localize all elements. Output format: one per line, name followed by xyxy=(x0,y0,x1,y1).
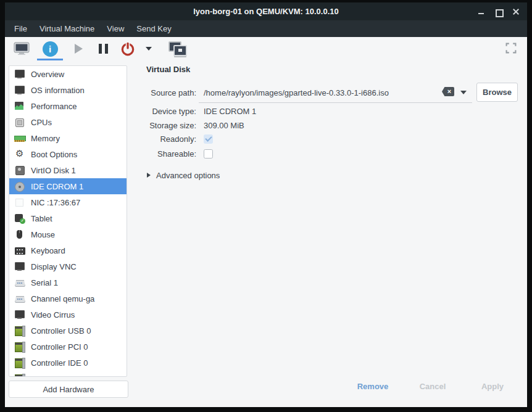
hardware-list[interactable]: OverviewOS informationPerformanceCPUsMem… xyxy=(9,65,127,377)
sidebar-item-label: Keyboard xyxy=(31,246,65,255)
cdrom-icon xyxy=(14,181,25,191)
sidebar-item-memory[interactable]: Memory xyxy=(9,130,127,146)
window-title: lyon-borg-01 on QEMU/KVM: 10.0.0.10 xyxy=(5,2,527,20)
controller-icon xyxy=(14,326,25,336)
device-type-label: Device type: xyxy=(128,107,196,116)
sidebar-item-label: VirtIO Disk 1 xyxy=(31,166,76,175)
sidebar-item-controller-usb-0[interactable]: Controller USB 0 xyxy=(9,323,127,339)
titlebar: lyon-borg-01 on QEMU/KVM: 10.0.0.10 xyxy=(5,2,527,20)
sidebar-item-label: CPUs xyxy=(31,118,52,127)
keyboard-icon xyxy=(14,245,25,255)
tablet-icon xyxy=(14,213,25,223)
sidebar-item-os-information[interactable]: OS information xyxy=(9,82,127,98)
sidebar-item-display-vnc[interactable]: Display VNC xyxy=(9,258,127,274)
monitor-icon xyxy=(14,262,25,271)
play-icon xyxy=(75,44,83,54)
pause-button[interactable] xyxy=(93,38,114,59)
sidebar-item-label: Memory xyxy=(31,134,60,143)
monitor-icon xyxy=(14,85,25,95)
mouse-icon xyxy=(14,229,25,239)
expander-arrow-icon xyxy=(147,173,151,178)
window-controls xyxy=(478,2,520,20)
sidebar-item-label: Serial 1 xyxy=(31,278,58,287)
readonly-label: Readonly: xyxy=(128,134,196,144)
sidebar-item-virtio-disk-1[interactable]: VirtIO Disk 1 xyxy=(9,162,127,178)
controller-icon xyxy=(14,374,25,377)
performance-chart-icon xyxy=(14,101,25,111)
maximize-button[interactable] xyxy=(495,8,502,15)
pause-icon xyxy=(99,44,108,54)
controller-icon xyxy=(14,358,25,368)
sidebar-item-serial-1[interactable]: Serial 1 xyxy=(9,274,127,290)
sidebar-item-ide-cdrom-1[interactable]: IDE CDROM 1 xyxy=(9,178,127,194)
menu-file[interactable]: File xyxy=(8,20,33,37)
sidebar-item-video-cirrus[interactable]: Video Cirrus xyxy=(9,307,127,323)
monitor-icon xyxy=(14,69,25,79)
disk-icon xyxy=(14,165,25,175)
shareable-label: Shareable: xyxy=(128,149,196,159)
browse-label: Browse xyxy=(483,88,512,97)
sidebar-item-performance[interactable]: Performance xyxy=(9,98,127,114)
show-console-button[interactable] xyxy=(11,38,32,59)
nic-icon xyxy=(14,197,25,207)
sidebar-item-channel-qemu-ga[interactable]: Channel qemu-ga xyxy=(9,290,127,307)
info-icon: i xyxy=(43,41,58,57)
storage-size-label: Storage size: xyxy=(128,121,196,130)
sidebar-item-label: Video Cirrus xyxy=(31,310,75,319)
boot-gear-icon xyxy=(14,149,25,159)
apply-button[interactable]: Apply xyxy=(471,382,514,391)
run-button[interactable] xyxy=(68,38,89,59)
sidebar-item-label: Mouse xyxy=(31,230,55,239)
menu-virtual-machine[interactable]: Virtual Machine xyxy=(33,20,101,37)
sidebar-item-partial[interactable] xyxy=(9,371,127,377)
clear-entry-icon[interactable]: × xyxy=(442,87,454,96)
fullscreen-icon xyxy=(505,43,517,54)
browse-button[interactable]: Browse xyxy=(476,83,518,102)
sidebar-item-tablet[interactable]: Tablet xyxy=(9,210,127,226)
advanced-options-expander[interactable]: Advanced options xyxy=(156,171,220,180)
page-title: Virtual Disk xyxy=(146,65,190,74)
serial-icon xyxy=(14,278,25,287)
sidebar-item-keyboard[interactable]: Keyboard xyxy=(9,242,127,258)
sidebar-item-label: Controller IDE 0 xyxy=(31,358,88,368)
close-button[interactable] xyxy=(512,8,520,15)
remove-button[interactable]: Remove xyxy=(351,382,394,391)
sidebar-item-boot-options[interactable]: Boot Options xyxy=(9,146,127,162)
source-path-dropdown-icon[interactable] xyxy=(460,91,467,94)
serial-icon xyxy=(14,294,25,303)
sidebar-item-overview[interactable]: Overview xyxy=(9,66,127,82)
sidebar-item-label: Performance xyxy=(31,102,77,111)
memory-icon xyxy=(14,133,25,143)
shutdown-menu-button[interactable] xyxy=(142,38,156,59)
cancel-button[interactable]: Cancel xyxy=(411,382,454,391)
show-details-button[interactable]: i xyxy=(36,38,64,59)
shutdown-button[interactable] xyxy=(117,38,138,59)
sidebar-item-nic-17-36-67[interactable]: NIC :17:36:67 xyxy=(9,194,127,210)
menu-send-key[interactable]: Send Key xyxy=(130,20,177,37)
sidebar-item-cpus[interactable]: CPUs xyxy=(9,114,127,130)
source-path-input[interactable]: /home/raylyon/images/gparted-live-0.33.0… xyxy=(204,88,389,97)
source-path-underline xyxy=(199,102,472,103)
sidebar-item-label: Boot Options xyxy=(31,150,77,159)
menu-view[interactable]: View xyxy=(101,20,130,37)
virtual-displays-button[interactable] xyxy=(167,38,188,59)
controller-icon xyxy=(14,342,25,352)
add-hardware-button[interactable]: Add Hardware xyxy=(9,381,128,398)
sidebar-item-label: Channel qemu-ga xyxy=(31,294,94,303)
sidebar-item-label: Display VNC xyxy=(31,262,77,271)
source-path-label: Source path: xyxy=(128,88,196,97)
shareable-checkbox[interactable] xyxy=(204,149,213,159)
storage-size-value: 309.00 MiB xyxy=(204,121,244,130)
cpu-icon xyxy=(14,117,25,127)
fullscreen-button[interactable] xyxy=(505,42,517,54)
content-area: OverviewOS informationPerformanceCPUsMem… xyxy=(5,60,527,407)
readonly-checkbox xyxy=(204,134,213,144)
sidebar-item-controller-ide-0[interactable]: Controller IDE 0 xyxy=(9,355,127,371)
screenshot-root: lyon-borg-01 on QEMU/KVM: 10.0.0.10 File… xyxy=(0,0,532,412)
sidebar-item-label: IDE CDROM 1 xyxy=(31,182,83,191)
sidebar-item-controller-pci-0[interactable]: Controller PCI 0 xyxy=(9,339,127,355)
minimize-button[interactable] xyxy=(478,8,485,15)
sidebar-item-label: Controller USB 0 xyxy=(31,326,91,336)
add-hardware-label: Add Hardware xyxy=(43,385,94,394)
sidebar-item-mouse[interactable]: Mouse xyxy=(9,226,127,242)
